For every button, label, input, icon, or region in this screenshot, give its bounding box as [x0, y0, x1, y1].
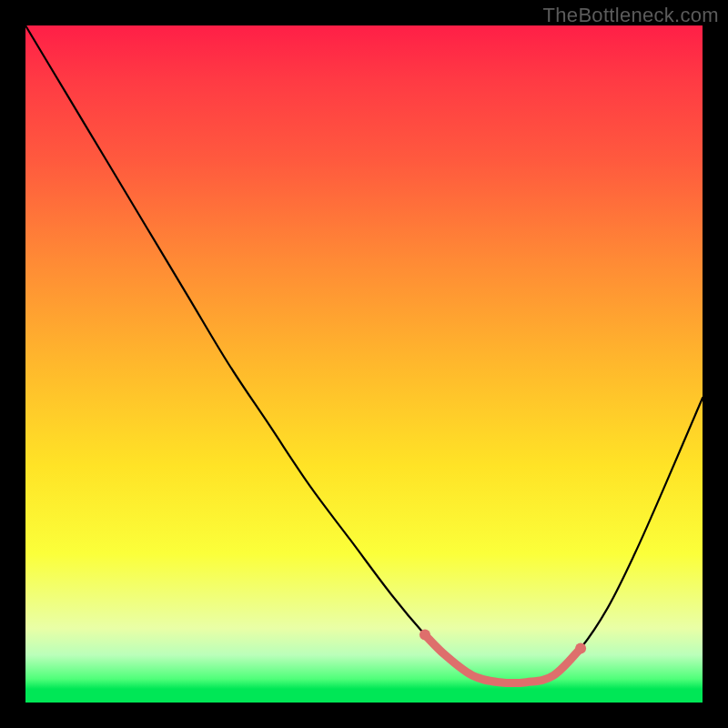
chart-frame: TheBottleneck.com: [0, 0, 728, 728]
bottleneck-curve: [25, 25, 703, 703]
svg-point-1: [575, 642, 586, 653]
plot-area: [25, 25, 703, 703]
svg-point-0: [420, 630, 430, 641]
watermark-text: TheBottleneck.com: [543, 4, 719, 27]
